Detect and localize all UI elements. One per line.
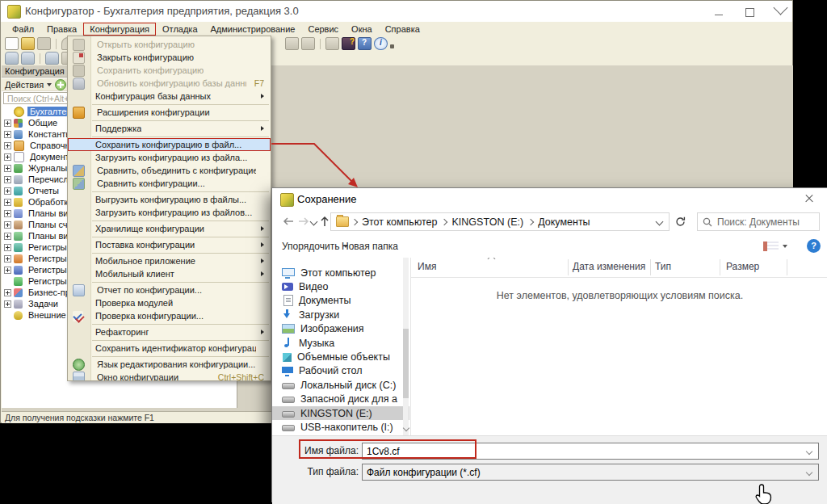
menu-item[interactable]: Рефакторинг	[68, 326, 271, 338]
menu-bar-item[interactable]: Файл	[6, 23, 40, 36]
scroll-down-icon[interactable]	[403, 425, 409, 431]
navigation-item[interactable]: Рабочий стол	[272, 364, 409, 378]
column-header-type[interactable]: Тип	[655, 261, 671, 272]
navigation-item[interactable]: Этот компьютер	[272, 266, 409, 279]
menu-item[interactable]: Сравнить конфигурации...	[68, 177, 271, 190]
navigation-item[interactable]: Запасной диск для а	[272, 393, 409, 406]
navigation-item[interactable]: USB-накопитель (I:)	[272, 420, 409, 434]
menu-item[interactable]: Обновить конфигурацию базы данных F7	[68, 77, 271, 90]
menu-item[interactable]: Расширения конфигурации	[68, 106, 271, 119]
menu-bar-item[interactable]: Конфигурация	[83, 23, 156, 36]
syntax-helper-icon[interactable]	[342, 37, 355, 50]
refresh-button[interactable]	[674, 216, 686, 228]
menu-item[interactable]: Сравнить, объединить с конфигурацией из …	[68, 164, 271, 177]
actions-button[interactable]: Действия	[5, 80, 44, 90]
expand-icon[interactable]	[4, 187, 11, 195]
menu-item[interactable]: Мобильный клиент	[68, 267, 271, 280]
menu-bar-item[interactable]: Сервис	[301, 23, 345, 36]
breadcrumb-item[interactable]: Документы	[533, 216, 594, 228]
file-name-input[interactable]: 1Cv8.cf	[362, 443, 819, 460]
new-document-icon[interactable]	[5, 37, 19, 50]
dialog-close-button[interactable]	[799, 192, 820, 205]
menu-bar-item[interactable]: Справка	[379, 23, 426, 36]
find-icon[interactable]	[285, 37, 299, 50]
menu-bar-item[interactable]: Отладка	[156, 23, 204, 36]
menu-item[interactable]: Конфигурация базы данных	[68, 90, 271, 103]
windows-icon[interactable]	[325, 37, 339, 50]
menu-item[interactable]: Проверка конфигурации...	[68, 309, 271, 322]
menu-item[interactable]: Хранилище конфигурации	[68, 222, 271, 235]
help-contents-icon[interactable]	[358, 37, 372, 50]
menu-item[interactable]: Загрузить конфигурацию из файлов...	[68, 206, 271, 219]
expand-icon[interactable]	[4, 165, 11, 172]
file-type-select[interactable]: Файл конфигурации (*.cf)	[362, 464, 819, 481]
navigation-item[interactable]: Видео	[272, 279, 409, 293]
column-header-date[interactable]: Дата изменения	[573, 261, 645, 272]
open-icon[interactable]	[21, 37, 35, 50]
navigation-item[interactable]: Документы	[272, 294, 409, 308]
menu-item[interactable]: Поддержка	[68, 122, 271, 135]
expand-icon[interactable]	[4, 244, 11, 251]
add-icon[interactable]	[55, 79, 66, 90]
sidebar-scrollbar[interactable]	[403, 258, 409, 435]
new-folder-button[interactable]: Новая папка	[342, 241, 398, 252]
breadcrumb-item[interactable]: Этот компьютер	[357, 216, 442, 228]
menu-bar-item[interactable]: Администрирование	[204, 23, 302, 36]
expand-icon[interactable]	[4, 131, 11, 138]
expand-icon[interactable]	[4, 176, 11, 183]
view-mode-button[interactable]	[763, 242, 787, 251]
menu-item[interactable]: Мобильное приложение	[68, 254, 271, 267]
menu-item[interactable]: Сохранить конфигурацию в файл...	[68, 138, 271, 151]
expand-icon[interactable]	[4, 289, 11, 296]
back-button[interactable]	[282, 216, 295, 227]
menu-item[interactable]: Выгрузить конфигурацию в файлы...	[68, 193, 271, 206]
find-next-icon[interactable]	[301, 37, 315, 50]
address-dropdown-button[interactable]	[656, 218, 664, 226]
help-button[interactable]: ?	[807, 239, 821, 253]
scrollbar-thumb[interactable]	[403, 329, 409, 398]
navigation-item[interactable]: KINGSTON (E:)	[272, 406, 409, 420]
column-header-name[interactable]: Имя	[418, 261, 436, 272]
breadcrumb-item[interactable]: KINGSTON (E:)	[447, 216, 528, 228]
menu-item[interactable]: Открыть конфигурацию	[68, 38, 271, 51]
close-button[interactable]	[770, 7, 791, 20]
menu-item[interactable]: Поставка конфигурации	[68, 238, 271, 251]
column-header-size[interactable]: Размер	[726, 261, 759, 272]
database-icon[interactable]	[21, 52, 35, 65]
navigation-item[interactable]: Загрузки	[272, 308, 409, 321]
navigation-item[interactable]: Объемные объекты	[272, 350, 409, 363]
menu-item[interactable]: Отчет по конфигурации...	[68, 284, 271, 296]
menu-item[interactable]: Сохранить идентификатор конфигурации в ф…	[68, 342, 271, 355]
navigation-item[interactable]: Локальный диск (C:)	[272, 378, 409, 392]
organize-button[interactable]: Упорядочить	[282, 241, 348, 252]
expand-icon[interactable]	[4, 153, 11, 161]
menu-item[interactable]: Закрыть конфигурацию	[68, 51, 271, 64]
expand-icon[interactable]	[4, 255, 11, 262]
maximize-button[interactable]	[739, 7, 760, 17]
forward-button[interactable]	[297, 216, 310, 227]
menu-item[interactable]: Язык редактирования конфигурации...	[68, 358, 271, 371]
configuration-storage-icon[interactable]	[5, 52, 19, 65]
minimize-button[interactable]	[708, 7, 729, 17]
menu-bar-item[interactable]: Правка	[40, 23, 83, 36]
menu-item[interactable]: Загрузить конфигурацию из файла...	[68, 151, 271, 164]
menu-item[interactable]: Проверка модулей	[68, 296, 271, 309]
menu-item[interactable]: Сохранить конфигурацию	[68, 64, 271, 77]
expand-icon[interactable]	[4, 120, 11, 127]
save-icon[interactable]	[37, 37, 51, 50]
breadcrumb[interactable]: Этот компьютер KINGSTON (E:) Документы	[330, 212, 670, 231]
toolbar-overflow-button[interactable]	[390, 44, 394, 48]
search-input[interactable]: Поиск: Документы	[697, 212, 820, 231]
update-database-icon[interactable]	[45, 52, 59, 65]
expand-icon[interactable]	[4, 199, 11, 206]
navigation-item[interactable]: Изображения	[272, 322, 409, 336]
expand-icon[interactable]	[4, 233, 11, 240]
menu-bar-item[interactable]: Окна	[345, 23, 379, 36]
up-button[interactable]	[319, 216, 330, 227]
expand-icon[interactable]	[4, 221, 11, 229]
expand-icon[interactable]	[4, 267, 11, 274]
about-icon[interactable]	[374, 37, 388, 50]
navigation-item[interactable]: Музыка	[272, 336, 409, 350]
recent-locations-button[interactable]	[310, 218, 318, 226]
expand-icon[interactable]	[4, 300, 11, 308]
